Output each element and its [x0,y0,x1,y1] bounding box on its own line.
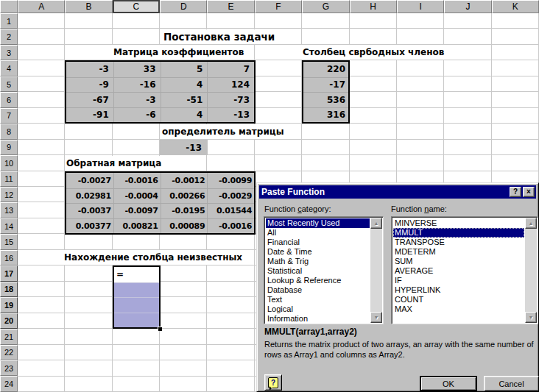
select-all-corner[interactable] [0,0,18,13]
category-scrollbar[interactable]: ▲ ▼ [370,218,382,323]
column-header-C[interactable]: C [113,0,160,13]
function-category-listbox[interactable]: Most Recently UsedAllFinancialDate & Tim… [264,216,384,324]
row-header-17[interactable]: 17 [0,266,18,281]
function-item[interactable]: MDETERM [393,247,524,257]
function-item[interactable]: TRANSPOSE [393,238,524,247]
category-item[interactable]: All [266,228,370,238]
column-header-J[interactable]: J [444,0,491,13]
free-terms-range[interactable]: 220-17536316 [302,60,350,124]
inverse-matrix-range[interactable]: -0.0027-0.0016-0.0012-0.00990.02981-0.00… [65,171,256,235]
matrix-cell[interactable]: -6 [113,107,161,123]
row-header-22[interactable]: 22 [0,345,18,360]
column-header-F[interactable]: F [255,0,302,13]
function-item[interactable]: AVERAGE [393,266,524,276]
function-item[interactable]: MINVERSE [393,218,524,228]
category-item[interactable]: Math & Trig [266,257,370,266]
function-scrollbar[interactable]: ▲ ▼ [525,218,537,323]
matrix-cell[interactable]: 124 [207,77,254,93]
row-header-19[interactable]: 19 [0,297,18,313]
row-header-13[interactable]: 13 [0,202,18,218]
row-header-23[interactable]: 23 [0,360,18,376]
category-item[interactable]: Statistical [266,266,370,276]
scroll-up-icon[interactable]: ▲ [370,218,382,229]
matrix-cell[interactable]: 0.00266 [161,188,208,204]
selected-range[interactable]: = [113,266,161,329]
row-header-2[interactable]: 2 [0,29,18,44]
matrix-cell[interactable]: -91 [66,107,113,123]
matrix-cell[interactable]: 220 [303,62,348,77]
column-header-K[interactable]: K [492,0,539,13]
matrix-cell[interactable]: 33 [113,62,161,77]
row-header-11[interactable]: 11 [0,171,18,187]
matrix-cell[interactable]: -73 [207,92,254,107]
function-item[interactable]: MMULT [393,228,524,238]
matrix-cell[interactable]: -3 [113,92,161,107]
row-header-15[interactable]: 15 [0,234,18,249]
category-item[interactable]: Logical [266,304,370,314]
matrix-cell[interactable]: -0.0099 [207,173,254,188]
row-header-18[interactable]: 18 [0,282,18,297]
row-header-21[interactable]: 21 [0,329,18,344]
matrix-cell[interactable]: 4 [161,77,208,93]
matrix-cell[interactable]: -0.0027 [66,173,113,188]
matrix-cell[interactable]: 536 [303,92,348,107]
matrix-cell[interactable]: -0.0029 [207,188,254,204]
matrix-cell[interactable]: 0.00377 [66,218,113,234]
cancel-button[interactable]: Cancel [484,376,539,391]
function-item[interactable]: HYPERLINK [393,285,524,295]
scroll-up-icon[interactable]: ▲ [525,218,537,229]
scroll-down-icon[interactable]: ▼ [370,312,382,323]
row-header-3[interactable]: 3 [0,45,18,60]
row-header-4[interactable]: 4 [0,60,18,76]
row-header-5[interactable]: 5 [0,76,18,92]
matrix-cell[interactable]: -13 [207,107,254,123]
matrix-cell[interactable]: 0.00089 [161,218,208,234]
selected-cell[interactable] [114,282,159,298]
determinant-value-cell[interactable]: -13 [160,140,208,155]
selected-cell[interactable] [114,313,159,328]
matrix-cell[interactable]: 316 [303,107,348,123]
row-header-12[interactable]: 12 [0,187,18,202]
matrix-cell[interactable]: -0.0016 [113,173,161,188]
close-icon[interactable]: × [523,187,535,197]
matrix-cell[interactable]: 0.00821 [113,218,161,234]
function-item[interactable]: MAX [393,304,524,314]
matrix-cell[interactable]: 4 [161,107,208,123]
matrix-cell[interactable]: 5 [161,62,208,77]
active-cell-formula[interactable]: = [114,267,159,282]
scroll-down-icon[interactable]: ▼ [525,312,537,323]
column-header-H[interactable]: H [350,0,397,13]
row-header-6[interactable]: 6 [0,92,18,107]
matrix-cell[interactable]: -0.0037 [66,203,113,218]
column-header-D[interactable]: D [160,0,207,13]
column-header-B[interactable]: B [65,0,112,13]
category-item[interactable]: Financial [266,238,370,247]
row-header-7[interactable]: 7 [0,108,18,124]
matrix-cell[interactable]: -0.0016 [207,218,254,234]
function-item[interactable]: COUNT [393,295,524,304]
category-item[interactable]: Lookup & Reference [266,276,370,285]
matrix-cell[interactable]: -67 [66,92,113,107]
matrix-cell[interactable]: 7 [207,62,254,77]
category-item[interactable]: Database [266,285,370,295]
matrix-cell[interactable]: -0.0012 [161,173,208,188]
dialog-help-icon[interactable]: ? [510,187,521,197]
office-assistant-help-button[interactable]: ? [264,374,282,391]
column-header-I[interactable]: I [397,0,444,13]
matrix-cell[interactable]: -51 [161,92,208,107]
matrix-cell[interactable]: -3 [66,62,113,77]
category-item[interactable]: Most Recently Used [266,218,370,228]
column-header-A[interactable]: A [18,0,65,13]
function-item[interactable]: IF [393,276,524,285]
row-header-10[interactable]: 10 [0,155,18,171]
matrix-cell[interactable]: -0.0004 [113,188,161,204]
row-header-8[interactable]: 8 [0,124,18,139]
matrix-cell[interactable]: 0.01544 [207,203,254,218]
row-header-1[interactable]: 1 [0,13,18,29]
matrix-cell[interactable]: 0.02981 [66,188,113,204]
column-header-E[interactable]: E [207,0,254,13]
function-name-listbox[interactable]: MINVERSEMMULTTRANSPOSEMDETERMSUMAVERAGEI… [391,216,538,324]
matrix-cell[interactable]: -16 [113,77,161,93]
function-item[interactable]: SUM [393,257,524,266]
matrix-cell[interactable]: -0.0097 [113,203,161,218]
